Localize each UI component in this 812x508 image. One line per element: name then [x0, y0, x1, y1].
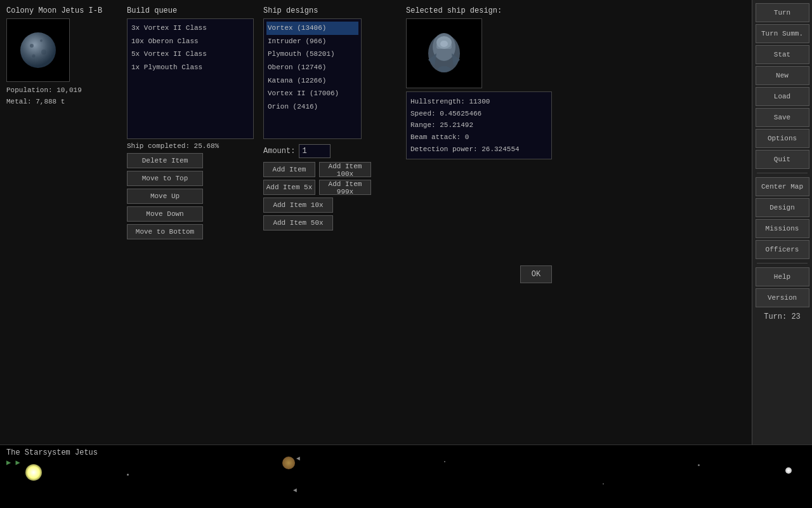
add-item-10x-button[interactable]: Add Item 10x	[263, 197, 333, 213]
colony-panel: Colony Moon Jetus I-B Population: 10,019	[6, 6, 121, 107]
svg-point-11	[438, 66, 450, 72]
add-item-button[interactable]: Add Item	[263, 162, 315, 177]
build-queue-title: Build queue	[127, 6, 254, 15]
list-item[interactable]: 3x Vortex II Class	[130, 22, 251, 35]
add-item-999x-button[interactable]: Add Item 999x	[319, 180, 371, 195]
sidebar-divider-1	[757, 173, 808, 173]
move-up-button[interactable]: Move Up	[127, 189, 203, 204]
design-button[interactable]: Design	[756, 198, 809, 217]
add-btn-row-2: Add Item 5x Add Item 999x	[263, 180, 371, 195]
version-button[interactable]: Version	[756, 288, 809, 307]
star-dot	[603, 483, 604, 485]
list-item[interactable]: Vortex (13406)	[266, 22, 358, 35]
ship-designs-title: Ship designs	[263, 6, 371, 15]
svg-point-2	[40, 39, 43, 42]
list-item[interactable]: Oberon (12746)	[266, 61, 358, 74]
save-button[interactable]: Save	[756, 108, 809, 127]
star-dot	[444, 461, 445, 462]
starmap-title: The Starsystem Jetus	[6, 448, 98, 457]
star-dot	[698, 464, 700, 466]
starmap-bar[interactable]: The Starsystem Jetus ▶ ▶ ◄ ◄	[0, 444, 812, 508]
sidebar-divider-2	[757, 263, 808, 264]
move-down-button[interactable]: Move Down	[127, 206, 203, 222]
add-btn-row-4: Add Item 50x	[263, 215, 371, 231]
orbit-indicator-2: ◄	[293, 487, 297, 494]
options-button[interactable]: Options	[756, 129, 809, 148]
quit-button[interactable]: Quit	[756, 150, 809, 169]
colony-population: Population: 10,019	[6, 85, 121, 97]
selected-ship-panel: Selected ship design: Hullstrength: 1130…	[406, 6, 565, 159]
orbit-indicator: ◄	[296, 455, 300, 462]
list-item[interactable]: 5x Vortex II Class	[130, 48, 251, 61]
turn-button[interactable]: Turn	[756, 3, 809, 22]
list-item[interactable]: Orion (2416)	[266, 100, 358, 114]
stat-hullstrength: Hullstrength: 11300	[410, 96, 547, 108]
move-to-bottom-button[interactable]: Move to Bottom	[127, 224, 203, 239]
starmap-arrows[interactable]: ▶ ▶	[6, 458, 20, 467]
svg-point-4	[32, 55, 36, 58]
turn-counter: Turn: 23	[764, 312, 801, 321]
star-dot	[127, 474, 129, 476]
load-button[interactable]: Load	[756, 87, 809, 106]
stat-beam: Beam attack: 0	[410, 131, 547, 144]
add-item-5x-button[interactable]: Add Item 5x	[263, 180, 315, 195]
selected-ship-title: Selected ship design:	[406, 6, 565, 15]
add-item-50x-button[interactable]: Add Item 50x	[263, 215, 333, 231]
turn-summ-button[interactable]: Turn Summ.	[756, 24, 809, 43]
sidebar: Turn Turn Summ. Stat New Load Save Optio…	[752, 0, 812, 444]
amount-label: Amount:	[263, 147, 295, 156]
new-button[interactable]: New	[756, 66, 809, 85]
queue-buttons: Delete Item Move to Top Move Up Move Dow…	[127, 153, 254, 239]
star-small-right	[785, 467, 792, 474]
turn-value: 23	[791, 312, 800, 321]
svg-point-12	[440, 41, 448, 47]
ship-progress: Ship completed: 25.68%	[127, 142, 254, 150]
officers-button[interactable]: Officers	[756, 240, 809, 259]
amount-input[interactable]	[299, 144, 331, 158]
colony-stats: Population: 10,019 Metal: 7,888 t	[6, 85, 121, 107]
move-to-top-button[interactable]: Move to Top	[127, 171, 203, 186]
svg-point-1	[30, 44, 34, 48]
ship-preview	[406, 18, 482, 88]
add-btn-row-3: Add Item 10x	[263, 197, 371, 213]
main-area: Colony Moon Jetus I-B Population: 10,019	[0, 0, 752, 444]
colony-title: Colony Moon Jetus I-B	[6, 6, 121, 15]
build-queue-list[interactable]: 3x Vortex II Class 10x Oberon Class 5x V…	[127, 18, 254, 139]
ship-stats-box: Hullstrength: 11300 Speed: 0.45625466 Ra…	[406, 91, 552, 159]
build-queue-panel: Build queue 3x Vortex II Class 10x Obero…	[127, 6, 254, 239]
svg-point-0	[20, 32, 56, 68]
ok-button[interactable]: OK	[520, 265, 552, 283]
colony-metal: Metal: 7,888 t	[6, 97, 121, 108]
ship-designs-panel: Ship designs Vortex (13406) Intruder (96…	[263, 6, 371, 231]
stat-speed: Speed: 0.45625466	[410, 108, 547, 120]
add-buttons: Add Item Add Item 100x Add Item 5x Add I…	[263, 162, 371, 231]
moon-jetus	[284, 467, 293, 476]
ship-designs-list[interactable]: Vortex (13406) Intruder (966) Plymouth (…	[263, 18, 362, 139]
stat-detection: Detection power: 26.324554	[410, 144, 547, 156]
colony-image	[6, 18, 70, 82]
missions-button[interactable]: Missions	[756, 219, 809, 238]
list-item[interactable]: 1x Plymouth Class	[130, 61, 251, 74]
add-btn-row-1: Add Item Add Item 100x	[263, 162, 371, 177]
amount-row: Amount:	[263, 144, 371, 158]
svg-point-3	[41, 50, 46, 55]
star-bright-left	[25, 464, 42, 481]
list-item[interactable]: Katana (12266)	[266, 74, 358, 88]
list-item[interactable]: 10x Oberon Class	[130, 35, 251, 48]
center-map-button[interactable]: Center Map	[756, 177, 809, 196]
turn-label: Turn:	[764, 312, 787, 321]
list-item[interactable]: Intruder (966)	[266, 35, 358, 48]
add-item-100x-button[interactable]: Add Item 100x	[319, 162, 371, 177]
list-item[interactable]: Vortex II (17006)	[266, 87, 358, 100]
help-button[interactable]: Help	[756, 267, 809, 286]
stat-button[interactable]: Stat	[756, 45, 809, 64]
list-item[interactable]: Plymouth (58201)	[266, 48, 358, 61]
stat-range: Range: 25.21492	[410, 119, 547, 131]
delete-item-button[interactable]: Delete Item	[127, 153, 203, 168]
